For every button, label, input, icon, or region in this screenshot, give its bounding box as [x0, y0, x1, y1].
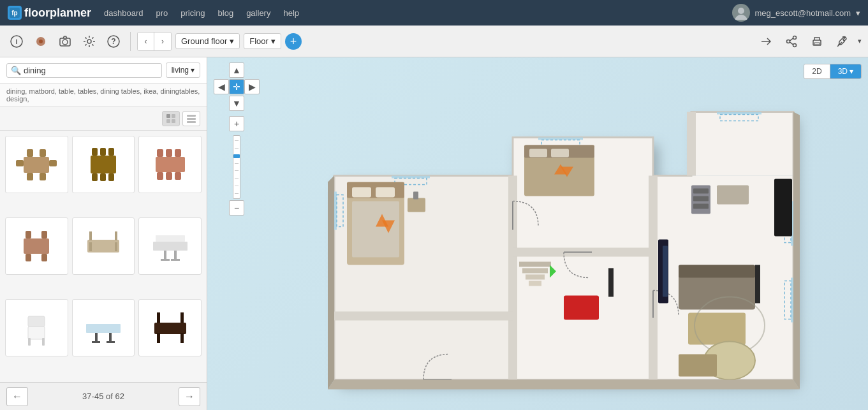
- floor-selector[interactable]: Ground floor ▾: [175, 33, 240, 49]
- svg-rect-56: [115, 231, 117, 240]
- list-item[interactable]: [138, 217, 202, 275]
- svg-text:i: i: [15, 38, 17, 45]
- redo-button[interactable]: ›: [154, 33, 171, 50]
- svg-rect-112: [408, 198, 425, 212]
- svg-rect-26: [24, 157, 49, 173]
- app-logo[interactable]: fp floorplanner: [8, 6, 91, 20]
- nav-gallery[interactable]: gallery: [246, 8, 270, 18]
- svg-rect-30: [40, 173, 46, 180]
- item-image: [81, 144, 126, 186]
- print-button[interactable]: [807, 31, 827, 52]
- object-button[interactable]: [31, 31, 51, 52]
- svg-rect-58: [156, 235, 185, 242]
- camera-button[interactable]: [55, 31, 75, 52]
- svg-rect-65: [28, 338, 31, 346]
- svg-rect-130: [679, 265, 755, 277]
- list-item[interactable]: [72, 136, 135, 193]
- list-item[interactable]: [72, 217, 135, 275]
- svg-rect-32: [49, 160, 57, 166]
- floor-plan: [296, 73, 819, 407]
- svg-rect-139: [693, 188, 709, 193]
- info-button[interactable]: i: [6, 31, 27, 52]
- svg-rect-63: [28, 326, 45, 339]
- svg-rect-28: [40, 149, 46, 157]
- tools-button[interactable]: [832, 31, 853, 52]
- pagination: ← 37-45 of 62 →: [0, 382, 207, 410]
- canvas-area[interactable]: ▲ ◀ ✛ ▶ ▼ +: [207, 57, 868, 410]
- nav-pro[interactable]: pro: [156, 8, 168, 18]
- svg-rect-131: [688, 312, 746, 344]
- nav-help[interactable]: help: [283, 8, 299, 18]
- svg-rect-55: [89, 231, 92, 240]
- user-menu[interactable]: meg_escott@hotmail.com ▾: [732, 4, 860, 22]
- svg-rect-36: [108, 148, 114, 156]
- list-item[interactable]: [5, 299, 68, 356]
- svg-rect-70: [92, 341, 100, 343]
- undo-button[interactable]: ‹: [138, 33, 154, 50]
- pan-left-button[interactable]: ◀: [214, 79, 229, 94]
- pan-center-button[interactable]: ✛: [229, 79, 244, 94]
- pan-right-button[interactable]: ▶: [244, 79, 260, 94]
- pan-middle-row: ◀ ✛ ▶: [214, 79, 260, 94]
- svg-rect-71: [107, 341, 115, 343]
- search-input[interactable]: [24, 66, 158, 75]
- svg-rect-39: [108, 173, 114, 181]
- nav-dashboard[interactable]: dashboard: [104, 8, 143, 18]
- next-page-button[interactable]: →: [179, 387, 200, 406]
- svg-rect-64: [28, 316, 45, 326]
- zoom-out-button[interactable]: −: [229, 200, 244, 216]
- app-name-text: floorplanner: [24, 6, 91, 20]
- search-box[interactable]: 🔍: [6, 63, 162, 78]
- floor-type-label: Floor: [249, 36, 268, 46]
- nav-blog[interactable]: blog: [218, 8, 234, 18]
- svg-marker-144: [793, 112, 800, 389]
- list-item[interactable]: [5, 136, 68, 193]
- svg-rect-76: [180, 312, 184, 323]
- pan-up-button[interactable]: ▲: [229, 62, 244, 78]
- view-3d-button[interactable]: 3D ▾: [830, 64, 861, 78]
- list-item[interactable]: [138, 136, 202, 193]
- view-2d-button[interactable]: 2D: [804, 64, 830, 78]
- list-item[interactable]: [138, 299, 202, 356]
- svg-rect-47: [24, 238, 49, 254]
- svg-rect-46: [175, 172, 181, 180]
- zoom-slider-area: + −: [229, 116, 244, 216]
- zoom-in-button[interactable]: +: [229, 116, 244, 131]
- svg-rect-89: [334, 191, 337, 230]
- help-button[interactable]: ?: [103, 31, 124, 52]
- top-navigation: fp floorplanner dashboard pro pricing bl…: [0, 0, 868, 26]
- settings-button[interactable]: [79, 31, 99, 52]
- svg-rect-40: [156, 157, 185, 172]
- category-dropdown[interactable]: living ▾: [166, 62, 200, 78]
- zoom-ruler[interactable]: [233, 135, 240, 199]
- svg-rect-61: [161, 259, 170, 261]
- zoom-handle: [233, 154, 240, 158]
- prev-page-button[interactable]: ←: [6, 387, 28, 406]
- svg-point-13: [793, 43, 797, 47]
- svg-rect-50: [26, 254, 31, 261]
- svg-rect-51: [41, 254, 47, 261]
- svg-rect-66: [42, 338, 45, 346]
- grid-3d-view-button[interactable]: [162, 111, 180, 126]
- list-item[interactable]: [72, 299, 135, 356]
- share-button[interactable]: [781, 31, 802, 52]
- nav-pricing[interactable]: pricing: [180, 8, 205, 18]
- tools-dropdown-icon: ▾: [858, 37, 862, 45]
- share-arrow-button[interactable]: [756, 31, 776, 52]
- svg-marker-77: [334, 316, 513, 379]
- user-email: meg_escott@hotmail.com: [755, 8, 851, 18]
- floor-type-selector[interactable]: Floor ▾: [244, 33, 281, 49]
- svg-rect-21: [166, 119, 170, 123]
- tags-area: dining, matbord, table, tables, dining t…: [0, 84, 207, 107]
- item-image: [148, 144, 193, 186]
- item-image: [81, 307, 126, 349]
- svg-point-8: [63, 40, 68, 45]
- list-item[interactable]: [5, 217, 68, 275]
- grid-list-view-button[interactable]: [182, 111, 200, 126]
- svg-rect-53: [89, 242, 92, 251]
- add-floor-button[interactable]: +: [285, 33, 302, 50]
- view-3d-dropdown-icon: ▾: [850, 67, 853, 76]
- pan-down-button[interactable]: ▼: [229, 96, 244, 111]
- tags-text: dining, matbord, table, tables, dining t…: [6, 87, 200, 103]
- svg-rect-75: [157, 312, 160, 323]
